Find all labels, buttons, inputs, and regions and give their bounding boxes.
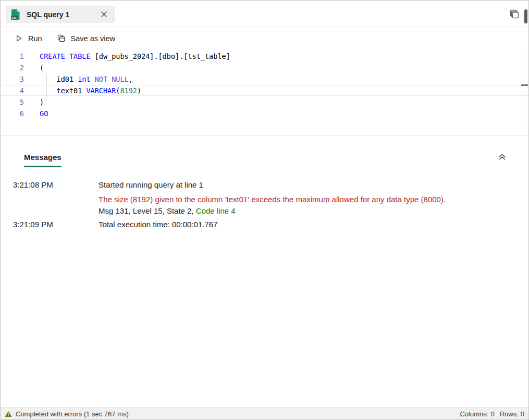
run-button[interactable]: Run: [15, 34, 42, 43]
code-line-link[interactable]: Code line 4: [196, 206, 236, 215]
play-icon: [15, 34, 23, 42]
code-line[interactable]: 3 id01 int NOT NULL,: [1, 73, 528, 85]
line-number: 1: [1, 51, 24, 62]
message-row: Msg 131, Level 15, State 2, Code line 4: [1, 205, 518, 217]
cursor-line-marker: [521, 84, 528, 86]
code-editor[interactable]: 1CREATE TABLE [dw_pubs_2024].[dbo].[tst_…: [1, 50, 528, 135]
line-number: 6: [1, 108, 24, 119]
columns-value: 0: [490, 410, 494, 418]
query-toolbar: Run Save as view: [1, 27, 528, 50]
messages-panel: Messages 3:21:08 PMStarted running query…: [1, 135, 528, 409]
code-text: (: [24, 62, 44, 73]
query-editor-window: SQL SQL query 1: [0, 0, 529, 420]
sql-file-icon: SQL: [11, 9, 20, 20]
code-text: ): [24, 96, 44, 108]
save-as-view-label: Save as view: [71, 34, 115, 43]
message-row: The size (8192) given to the column 'tex…: [1, 194, 518, 205]
code-line[interactable]: 6GO: [1, 108, 528, 119]
duplicate-icon[interactable]: [509, 8, 520, 20]
message-timestamp: [1, 205, 99, 217]
status-message: Completed with errors (1 sec 767 ms): [16, 410, 129, 418]
message-timestamp: 3:21:08 PM: [1, 179, 99, 191]
code-text: text01 VARCHAR(8192): [24, 85, 141, 96]
code-lines: 1CREATE TABLE [dw_pubs_2024].[dbo].[tst_…: [1, 51, 528, 119]
tab-bar: SQL SQL query 1: [1, 1, 528, 27]
line-number: 4: [1, 85, 24, 96]
save-as-view-button[interactable]: Save as view: [57, 34, 115, 43]
columns-label: Columns:: [460, 410, 488, 418]
line-number: 5: [1, 96, 24, 108]
message-text: Total execution time: 00:00:01.767: [99, 219, 518, 230]
code-text: GO: [24, 108, 48, 119]
message-text: Started running query at line 1: [99, 179, 518, 191]
code-line[interactable]: 2(: [1, 62, 528, 73]
line-number: 3: [1, 73, 24, 85]
code-text: id01 int NOT NULL,: [24, 73, 133, 85]
messages-list: 3:21:08 PMStarted running query at line …: [1, 179, 518, 230]
line-number: 2: [1, 62, 24, 73]
code-line[interactable]: 1CREATE TABLE [dw_pubs_2024].[dbo].[tst_…: [1, 51, 528, 62]
page-scrollbar-thumb[interactable]: [524, 9, 527, 23]
status-bar: Completed with errors (1 sec 767 ms) Col…: [1, 407, 528, 419]
code-line[interactable]: 5): [1, 96, 528, 108]
rows-label: Rows:: [500, 410, 519, 418]
save-as-view-icon: [57, 34, 66, 43]
code-line[interactable]: 4 text01 VARCHAR(8192): [1, 85, 528, 96]
code-text: CREATE TABLE [dw_pubs_2024].[dbo].[tst_t…: [24, 51, 230, 62]
message-text: The size (8192) given to the column 'tex…: [99, 194, 518, 205]
warning-triangle-icon: [5, 411, 12, 417]
editor-scrollbar[interactable]: [521, 50, 528, 135]
message-timestamp: 3:21:09 PM: [1, 219, 99, 230]
svg-text:SQL: SQL: [11, 16, 17, 19]
tab-sql-query-1[interactable]: SQL SQL query 1: [6, 6, 115, 23]
run-label: Run: [28, 34, 42, 43]
tab-title: SQL query 1: [27, 10, 69, 19]
double-chevron-up-icon[interactable]: [497, 152, 508, 163]
message-timestamp: [1, 194, 99, 205]
rows-value: 0: [521, 410, 524, 418]
close-icon[interactable]: [100, 10, 108, 19]
message-row: 3:21:08 PMStarted running query at line …: [1, 179, 518, 191]
message-row: 3:21:09 PMTotal execution time: 00:00:01…: [1, 219, 518, 230]
message-text: Msg 131, Level 15, State 2, Code line 4: [99, 205, 518, 217]
tab-messages[interactable]: Messages: [24, 153, 61, 167]
